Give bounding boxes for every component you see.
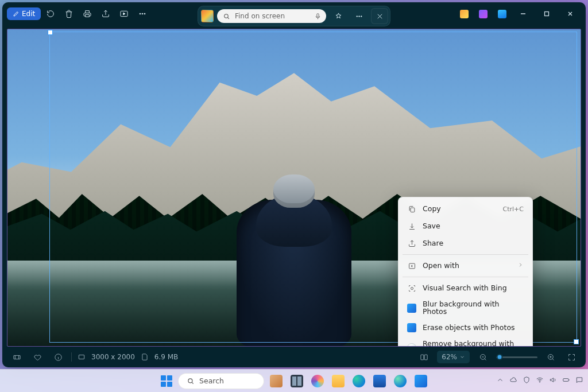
rotate-icon[interactable] — [42, 5, 59, 22]
ctx-open-with[interactable]: Open with — [401, 257, 529, 274]
slideshow-icon[interactable] — [115, 5, 133, 22]
ctx-erase-label: Erase objects with Photos — [423, 324, 515, 332]
ctx-save[interactable]: Save — [401, 218, 529, 235]
ctx-blur-label: Blur background with Photos — [423, 301, 524, 315]
tray-chevron-icon[interactable] — [496, 376, 504, 386]
favorite-icon[interactable] — [30, 350, 45, 364]
file-explorer-icon[interactable] — [330, 372, 347, 390]
ctx-open-with-label: Open with — [423, 262, 459, 270]
copilot-icon[interactable] — [330, 8, 347, 24]
svg-point-4 — [225, 14, 229, 17]
tray-wifi-icon[interactable] — [536, 376, 544, 386]
zoom-in-icon[interactable] — [543, 350, 558, 364]
window-minimize-button[interactable] — [512, 5, 534, 22]
titlebar-right — [455, 5, 581, 22]
ctx-copy-label: Copy — [423, 205, 441, 213]
caption-more-icon[interactable] — [350, 8, 368, 24]
tray-defender-icon[interactable] — [523, 376, 531, 386]
visual-search-icon — [407, 284, 416, 293]
caption-close-icon[interactable] — [371, 8, 388, 24]
photo-viewport[interactable]: Copy Ctrl+C Save Share Open with Visual … — [7, 29, 581, 347]
tray-volume-icon[interactable] — [549, 376, 557, 386]
ctx-copy[interactable]: Copy Ctrl+C — [401, 200, 529, 218]
svg-rect-17 — [424, 355, 427, 360]
filesize-icon — [141, 353, 149, 361]
svg-point-6 — [356, 15, 357, 17]
zoom-level[interactable]: 62% — [437, 351, 470, 363]
open-with-icon — [407, 261, 416, 270]
zoom-value: 62% — [442, 353, 457, 361]
compare-icon[interactable] — [416, 350, 431, 364]
svg-point-2 — [142, 13, 143, 14]
ctx-erase-objects[interactable]: Erase objects with Photos — [401, 319, 529, 336]
photos-app-window: Edit Find on screen — [2, 2, 586, 367]
taskbar-search[interactable]: Search — [178, 373, 264, 389]
share-icon[interactable] — [97, 5, 114, 22]
svg-point-3 — [144, 13, 145, 14]
edge-icon[interactable] — [350, 372, 368, 390]
microphone-icon[interactable] — [314, 13, 322, 20]
ctx-remove-background[interactable]: Remove background with Paint — [401, 336, 529, 347]
edit-button-label: Edit — [22, 10, 35, 18]
filmstrip-toggle-icon[interactable] — [9, 350, 24, 364]
start-button[interactable] — [158, 373, 175, 389]
more-icon[interactable] — [134, 5, 151, 22]
share-menu-icon — [407, 239, 416, 248]
fullscreen-icon[interactable] — [564, 350, 579, 364]
svg-rect-9 — [545, 12, 549, 16]
svg-point-8 — [361, 15, 362, 17]
taskbar-search-placeholder: Search — [199, 377, 224, 385]
svg-rect-22 — [563, 379, 568, 382]
store-icon[interactable] — [371, 372, 388, 390]
photos-app-icon — [407, 304, 416, 313]
zoom-out-icon[interactable] — [475, 350, 490, 364]
task-view-icon[interactable] — [288, 372, 305, 390]
ctx-blur-background[interactable]: Blur background with Photos — [401, 297, 529, 319]
save-icon — [407, 222, 416, 231]
app-tile-2[interactable] — [474, 5, 492, 22]
app-tile-1[interactable] — [455, 5, 473, 22]
taskbar-pinned-1[interactable] — [268, 372, 285, 390]
tray-onedrive-icon[interactable] — [509, 376, 517, 386]
chevron-down-icon — [459, 354, 465, 360]
ctx-share-label: Share — [423, 240, 443, 247]
svg-point-20 — [188, 378, 192, 382]
statusbar: 3000 x 2000 6.9 MB 62% — [2, 347, 586, 367]
print-icon[interactable] — [79, 5, 96, 22]
copy-icon — [407, 204, 416, 214]
search-placeholder-text: Find on screen — [235, 12, 285, 20]
svg-rect-5 — [317, 13, 319, 17]
taskbar: Search — [0, 369, 588, 392]
info-icon[interactable] — [51, 350, 65, 364]
ctx-copy-shortcut: Ctrl+C — [503, 206, 524, 212]
svg-point-1 — [140, 13, 141, 14]
svg-rect-13 — [13, 355, 20, 359]
tray-battery-icon[interactable] — [562, 376, 570, 386]
chevron-right-icon — [517, 262, 524, 270]
system-tray — [496, 370, 583, 392]
dimensions-icon — [78, 353, 86, 361]
zoom-slider[interactable] — [496, 356, 537, 358]
snipping-tool-icon — [201, 10, 214, 22]
svg-point-21 — [539, 382, 540, 382]
photos-taskbar-icon[interactable] — [412, 372, 430, 390]
svg-rect-15 — [79, 355, 84, 359]
find-on-screen-search[interactable]: Find on screen — [217, 9, 326, 23]
svg-point-7 — [358, 15, 359, 17]
app-tile-3[interactable] — [493, 5, 510, 22]
tray-notification-icon[interactable] — [575, 376, 583, 386]
edit-button[interactable]: Edit — [7, 7, 41, 20]
ctx-remove-bg-label: Remove background with Paint — [423, 340, 524, 347]
ctx-share[interactable]: Share — [401, 235, 529, 252]
image-dimensions: 3000 x 2000 — [91, 353, 135, 361]
edge-dev-icon[interactable] — [392, 372, 409, 390]
file-size: 6.9 MB — [154, 353, 178, 361]
copilot-taskbar-icon[interactable] — [309, 372, 326, 390]
delete-icon[interactable] — [60, 5, 78, 22]
paint-app-icon — [407, 343, 416, 347]
window-maximize-button[interactable] — [536, 5, 558, 22]
window-close-button[interactable] — [559, 5, 581, 22]
caption-bar: Find on screen — [198, 6, 390, 26]
ctx-visual-search[interactable]: Visual Search with Bing — [401, 280, 529, 297]
titlebar: Edit Find on screen — [2, 2, 586, 25]
